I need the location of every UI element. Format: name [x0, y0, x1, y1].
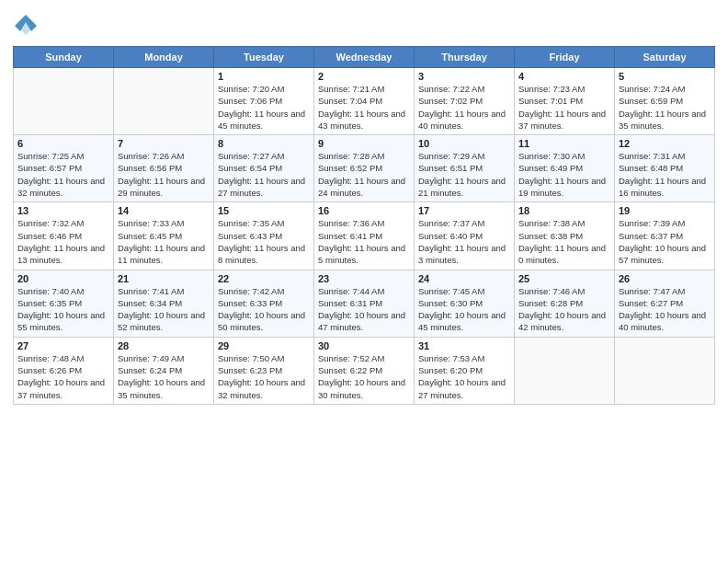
day-number: 4	[518, 71, 610, 82]
calendar-cell: 19Sunrise: 7:39 AM Sunset: 6:37 PM Dayli…	[615, 202, 715, 270]
day-number: 7	[118, 138, 210, 149]
weekday-header: Sunday	[14, 47, 114, 68]
day-number: 17	[418, 205, 510, 216]
day-number: 26	[619, 273, 711, 284]
logo-icon	[13, 13, 39, 39]
day-info: Sunrise: 7:49 AM Sunset: 6:24 PM Dayligh…	[118, 352, 210, 401]
day-info: Sunrise: 7:53 AM Sunset: 6:20 PM Dayligh…	[418, 352, 510, 401]
day-info: Sunrise: 7:47 AM Sunset: 6:27 PM Dayligh…	[619, 285, 711, 334]
calendar-cell: 22Sunrise: 7:42 AM Sunset: 6:33 PM Dayli…	[214, 270, 314, 337]
day-number: 23	[318, 273, 410, 284]
calendar-week: 27Sunrise: 7:48 AM Sunset: 6:26 PM Dayli…	[14, 337, 715, 404]
day-number: 24	[418, 273, 510, 284]
day-info: Sunrise: 7:26 AM Sunset: 6:56 PM Dayligh…	[118, 150, 210, 199]
day-info: Sunrise: 7:23 AM Sunset: 7:01 PM Dayligh…	[518, 83, 610, 132]
calendar-cell: 6Sunrise: 7:25 AM Sunset: 6:57 PM Daylig…	[14, 135, 114, 202]
day-info: Sunrise: 7:48 AM Sunset: 6:26 PM Dayligh…	[17, 352, 109, 401]
calendar-cell: 11Sunrise: 7:30 AM Sunset: 6:49 PM Dayli…	[515, 135, 615, 202]
calendar-cell: 12Sunrise: 7:31 AM Sunset: 6:48 PM Dayli…	[615, 135, 715, 202]
calendar-cell: 30Sunrise: 7:52 AM Sunset: 6:22 PM Dayli…	[314, 337, 415, 404]
day-info: Sunrise: 7:52 AM Sunset: 6:22 PM Dayligh…	[318, 352, 410, 401]
day-info: Sunrise: 7:29 AM Sunset: 6:51 PM Dayligh…	[418, 150, 510, 199]
calendar-week: 13Sunrise: 7:32 AM Sunset: 6:46 PM Dayli…	[14, 202, 715, 270]
day-number: 29	[218, 340, 310, 351]
calendar-cell: 26Sunrise: 7:47 AM Sunset: 6:27 PM Dayli…	[615, 270, 715, 337]
day-info: Sunrise: 7:33 AM Sunset: 6:45 PM Dayligh…	[118, 217, 210, 266]
calendar-cell	[114, 68, 214, 135]
day-info: Sunrise: 7:28 AM Sunset: 6:52 PM Dayligh…	[318, 150, 410, 199]
day-number: 13	[17, 205, 109, 216]
weekday-header: Wednesday	[314, 47, 415, 68]
day-number: 8	[218, 138, 310, 149]
day-number: 2	[318, 71, 410, 82]
calendar-week: 20Sunrise: 7:40 AM Sunset: 6:35 PM Dayli…	[14, 270, 715, 337]
day-info: Sunrise: 7:44 AM Sunset: 6:31 PM Dayligh…	[318, 285, 410, 334]
day-number: 22	[218, 273, 310, 284]
calendar-cell: 5Sunrise: 7:24 AM Sunset: 6:59 PM Daylig…	[615, 68, 715, 135]
day-info: Sunrise: 7:38 AM Sunset: 6:38 PM Dayligh…	[518, 217, 610, 266]
weekday-header: Tuesday	[214, 47, 314, 68]
day-info: Sunrise: 7:22 AM Sunset: 7:02 PM Dayligh…	[418, 83, 510, 132]
calendar-cell: 17Sunrise: 7:37 AM Sunset: 6:40 PM Dayli…	[415, 202, 515, 270]
calendar-body: 1Sunrise: 7:20 AM Sunset: 7:06 PM Daylig…	[14, 68, 715, 405]
calendar-cell	[615, 337, 715, 404]
day-number: 25	[518, 273, 610, 284]
calendar-cell: 16Sunrise: 7:36 AM Sunset: 6:41 PM Dayli…	[314, 202, 415, 270]
day-info: Sunrise: 7:35 AM Sunset: 6:43 PM Dayligh…	[218, 217, 310, 266]
day-info: Sunrise: 7:20 AM Sunset: 7:06 PM Dayligh…	[218, 83, 310, 132]
day-number: 31	[418, 340, 510, 351]
calendar-cell	[14, 68, 114, 135]
day-info: Sunrise: 7:37 AM Sunset: 6:40 PM Dayligh…	[418, 217, 510, 266]
day-number: 27	[17, 340, 109, 351]
calendar-cell: 29Sunrise: 7:50 AM Sunset: 6:23 PM Dayli…	[214, 337, 314, 404]
calendar-cell: 15Sunrise: 7:35 AM Sunset: 6:43 PM Dayli…	[214, 202, 314, 270]
calendar-cell: 18Sunrise: 7:38 AM Sunset: 6:38 PM Dayli…	[515, 202, 615, 270]
calendar-cell: 23Sunrise: 7:44 AM Sunset: 6:31 PM Dayli…	[314, 270, 415, 337]
calendar-cell: 3Sunrise: 7:22 AM Sunset: 7:02 PM Daylig…	[415, 68, 515, 135]
weekday-header: Monday	[114, 47, 214, 68]
day-number: 9	[318, 138, 410, 149]
weekday-header: Saturday	[615, 47, 715, 68]
calendar-cell: 21Sunrise: 7:41 AM Sunset: 6:34 PM Dayli…	[114, 270, 214, 337]
calendar-cell: 27Sunrise: 7:48 AM Sunset: 6:26 PM Dayli…	[14, 337, 114, 404]
day-info: Sunrise: 7:41 AM Sunset: 6:34 PM Dayligh…	[118, 285, 210, 334]
calendar-cell: 20Sunrise: 7:40 AM Sunset: 6:35 PM Dayli…	[14, 270, 114, 337]
calendar-cell: 4Sunrise: 7:23 AM Sunset: 7:01 PM Daylig…	[515, 68, 615, 135]
calendar-cell: 13Sunrise: 7:32 AM Sunset: 6:46 PM Dayli…	[14, 202, 114, 270]
day-number: 20	[17, 273, 109, 284]
calendar-header: SundayMondayTuesdayWednesdayThursdayFrid…	[14, 47, 715, 68]
day-number: 12	[619, 138, 711, 149]
day-info: Sunrise: 7:42 AM Sunset: 6:33 PM Dayligh…	[218, 285, 310, 334]
calendar-cell	[515, 337, 615, 404]
calendar-cell: 1Sunrise: 7:20 AM Sunset: 7:06 PM Daylig…	[214, 68, 314, 135]
day-info: Sunrise: 7:27 AM Sunset: 6:54 PM Dayligh…	[218, 150, 310, 199]
calendar-cell: 8Sunrise: 7:27 AM Sunset: 6:54 PM Daylig…	[214, 135, 314, 202]
weekday-header: Thursday	[415, 47, 515, 68]
day-number: 14	[118, 205, 210, 216]
day-info: Sunrise: 7:50 AM Sunset: 6:23 PM Dayligh…	[218, 352, 310, 401]
day-info: Sunrise: 7:40 AM Sunset: 6:35 PM Dayligh…	[17, 285, 109, 334]
calendar-cell: 25Sunrise: 7:46 AM Sunset: 6:28 PM Dayli…	[515, 270, 615, 337]
day-number: 15	[218, 205, 310, 216]
calendar-cell: 24Sunrise: 7:45 AM Sunset: 6:30 PM Dayli…	[415, 270, 515, 337]
day-info: Sunrise: 7:30 AM Sunset: 6:49 PM Dayligh…	[518, 150, 610, 199]
header	[13, 9, 715, 39]
calendar-cell: 14Sunrise: 7:33 AM Sunset: 6:45 PM Dayli…	[114, 202, 214, 270]
day-number: 10	[418, 138, 510, 149]
day-number: 19	[619, 205, 711, 216]
day-number: 11	[518, 138, 610, 149]
page-container: SundayMondayTuesdayWednesdayThursdayFrid…	[0, 0, 728, 410]
day-number: 3	[418, 71, 510, 82]
weekday-header: Friday	[515, 47, 615, 68]
calendar: SundayMondayTuesdayWednesdayThursdayFrid…	[13, 46, 715, 405]
weekday-row: SundayMondayTuesdayWednesdayThursdayFrid…	[14, 47, 715, 68]
day-info: Sunrise: 7:21 AM Sunset: 7:04 PM Dayligh…	[318, 83, 410, 132]
calendar-cell: 28Sunrise: 7:49 AM Sunset: 6:24 PM Dayli…	[114, 337, 214, 404]
day-info: Sunrise: 7:25 AM Sunset: 6:57 PM Dayligh…	[17, 150, 109, 199]
day-number: 30	[318, 340, 410, 351]
logo	[13, 13, 40, 39]
day-number: 5	[619, 71, 711, 82]
day-info: Sunrise: 7:45 AM Sunset: 6:30 PM Dayligh…	[418, 285, 510, 334]
calendar-cell: 2Sunrise: 7:21 AM Sunset: 7:04 PM Daylig…	[314, 68, 415, 135]
day-number: 1	[218, 71, 310, 82]
